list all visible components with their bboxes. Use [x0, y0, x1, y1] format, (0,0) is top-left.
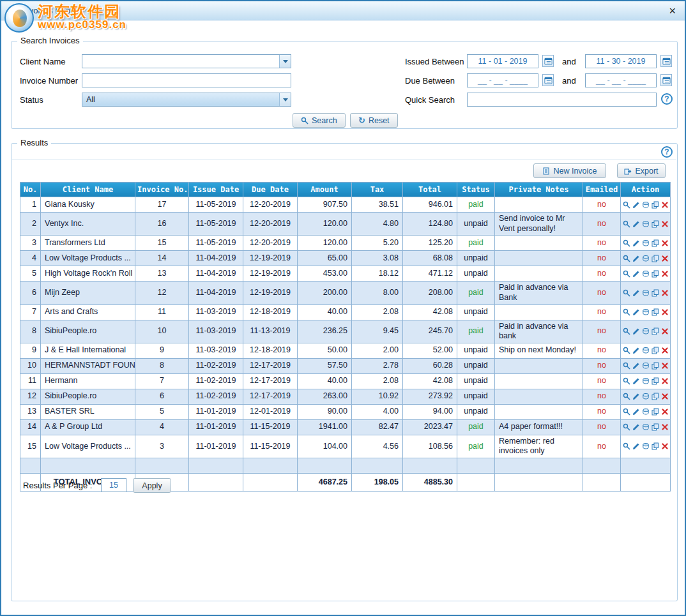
edit-icon[interactable] — [632, 347, 640, 354]
calendar-icon[interactable] — [660, 55, 672, 67]
issued-to-input[interactable]: 11 - 30 - 2019 — [585, 54, 657, 68]
payments-icon[interactable] — [642, 255, 650, 262]
payments-icon[interactable] — [642, 308, 650, 316]
view-icon[interactable] — [623, 239, 630, 247]
edit-icon[interactable] — [632, 442, 640, 450]
edit-icon[interactable] — [632, 308, 640, 316]
copy-icon[interactable] — [652, 442, 659, 450]
payments-icon[interactable] — [642, 347, 650, 354]
edit-icon[interactable] — [632, 423, 640, 431]
edit-icon[interactable] — [632, 255, 640, 262]
column-header-action[interactable]: Action — [621, 183, 671, 197]
edit-icon[interactable] — [632, 393, 640, 400]
copy-icon[interactable] — [652, 308, 659, 316]
column-header-tax[interactable]: Tax — [352, 183, 403, 197]
delete-icon[interactable] — [661, 239, 669, 247]
delete-icon[interactable] — [661, 327, 669, 335]
payments-icon[interactable] — [642, 393, 650, 400]
delete-icon[interactable] — [661, 289, 669, 297]
column-header-due-date[interactable]: Due Date — [243, 183, 298, 197]
edit-icon[interactable] — [632, 377, 640, 385]
copy-icon[interactable] — [652, 362, 659, 370]
edit-icon[interactable] — [632, 289, 640, 297]
delete-icon[interactable] — [661, 362, 669, 370]
edit-icon[interactable] — [632, 201, 640, 209]
delete-icon[interactable] — [661, 408, 669, 416]
payments-icon[interactable] — [642, 423, 650, 431]
delete-icon[interactable] — [661, 423, 669, 431]
payments-icon[interactable] — [642, 270, 650, 278]
view-icon[interactable] — [623, 308, 630, 316]
results-per-page-input[interactable] — [101, 478, 126, 492]
copy-icon[interactable] — [652, 201, 659, 209]
payments-icon[interactable] — [642, 408, 650, 416]
payments-icon[interactable] — [642, 442, 650, 450]
edit-icon[interactable] — [632, 408, 640, 416]
view-icon[interactable] — [623, 201, 630, 209]
column-header-invoice-no[interactable]: Invoice No. — [135, 183, 189, 197]
delete-icon[interactable] — [661, 201, 669, 209]
view-icon[interactable] — [623, 327, 630, 335]
column-header-emailed[interactable]: Emailed — [583, 183, 621, 197]
invoice-number-input[interactable] — [82, 73, 291, 87]
copy-icon[interactable] — [652, 327, 659, 335]
view-icon[interactable] — [623, 362, 630, 370]
edit-icon[interactable] — [632, 362, 640, 370]
view-icon[interactable] — [623, 423, 630, 431]
view-icon[interactable] — [623, 442, 630, 450]
help-icon[interactable]: ? — [661, 93, 673, 105]
column-header-private-notes[interactable]: Private Notes — [495, 183, 583, 197]
payments-icon[interactable] — [642, 220, 650, 228]
view-icon[interactable] — [623, 270, 630, 278]
delete-icon[interactable] — [661, 255, 669, 262]
due-to-input[interactable]: __ - __ - ____ — [585, 73, 657, 87]
calendar-icon[interactable] — [542, 74, 554, 86]
export-button[interactable]: Export — [617, 163, 666, 178]
column-header-no[interactable]: No. — [20, 183, 41, 197]
due-from-input[interactable]: __ - __ - ____ — [467, 73, 538, 87]
edit-icon[interactable] — [632, 220, 640, 228]
column-header-status[interactable]: Status — [457, 183, 495, 197]
copy-icon[interactable] — [652, 377, 659, 385]
edit-icon[interactable] — [632, 327, 640, 335]
delete-icon[interactable] — [661, 393, 669, 400]
calendar-icon[interactable] — [542, 55, 554, 67]
payments-icon[interactable] — [642, 239, 650, 247]
view-icon[interactable] — [623, 220, 630, 228]
delete-icon[interactable] — [661, 308, 669, 316]
view-icon[interactable] — [623, 408, 630, 416]
delete-icon[interactable] — [661, 347, 669, 354]
column-header-amount[interactable]: Amount — [298, 183, 352, 197]
view-icon[interactable] — [623, 393, 630, 400]
close-icon[interactable]: × — [666, 5, 678, 17]
copy-icon[interactable] — [652, 393, 659, 400]
apply-button[interactable]: Apply — [133, 478, 171, 493]
copy-icon[interactable] — [652, 289, 659, 297]
search-button[interactable]: Search — [293, 113, 346, 128]
delete-icon[interactable] — [661, 220, 669, 228]
issued-from-input[interactable]: 11 - 01 - 2019 — [467, 54, 538, 68]
copy-icon[interactable] — [652, 255, 659, 262]
reset-button[interactable]: ↻ Reset — [350, 113, 398, 128]
payments-icon[interactable] — [642, 289, 650, 297]
edit-icon[interactable] — [632, 270, 640, 278]
calendar-icon[interactable] — [660, 74, 672, 86]
column-header-total[interactable]: Total — [403, 183, 457, 197]
copy-icon[interactable] — [652, 220, 659, 228]
help-icon[interactable]: ? — [661, 146, 673, 158]
copy-icon[interactable] — [652, 408, 659, 416]
payments-icon[interactable] — [642, 201, 650, 209]
status-select[interactable]: All — [82, 93, 291, 107]
column-header-issue-date[interactable]: Issue Date — [189, 183, 243, 197]
client-name-select[interactable] — [82, 54, 291, 68]
column-header-client-name[interactable]: Client Name — [41, 183, 135, 197]
delete-icon[interactable] — [661, 270, 669, 278]
view-icon[interactable] — [623, 377, 630, 385]
delete-icon[interactable] — [661, 442, 669, 450]
new-invoice-button[interactable]: New Invoice — [533, 163, 606, 178]
edit-icon[interactable] — [632, 239, 640, 247]
payments-icon[interactable] — [642, 377, 650, 385]
view-icon[interactable] — [623, 255, 630, 262]
delete-icon[interactable] — [661, 377, 669, 385]
view-icon[interactable] — [623, 347, 630, 354]
